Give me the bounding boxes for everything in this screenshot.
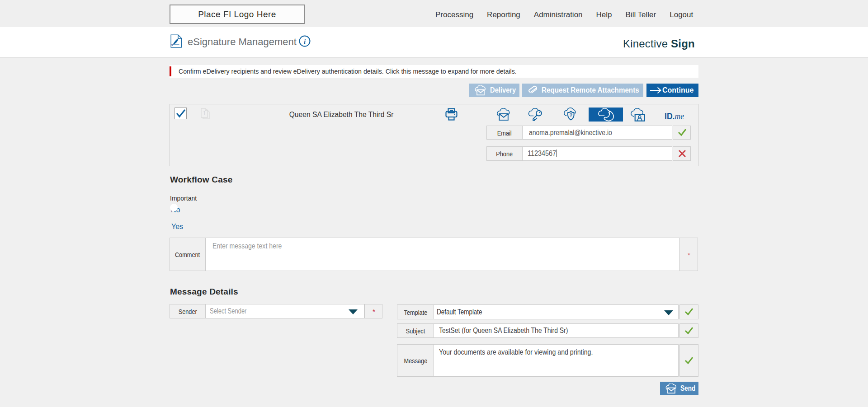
svg-text:?: ? — [569, 112, 572, 118]
svg-text:x: x — [171, 43, 173, 47]
svg-text:1: 1 — [203, 110, 206, 117]
svg-text:i: i — [304, 38, 306, 45]
